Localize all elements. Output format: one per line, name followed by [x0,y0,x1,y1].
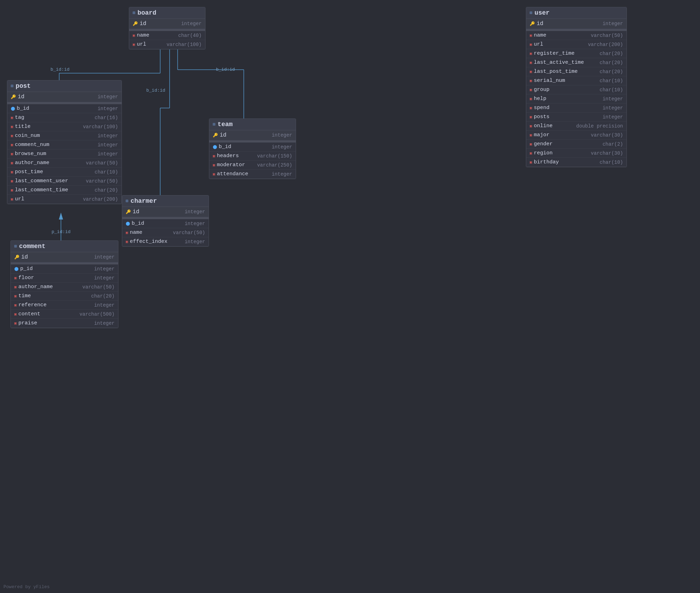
table-title: board [138,9,156,16]
field-row: ⬤p_idinteger [11,264,118,274]
table-comment: ⊞ comment 🔑 id integer ⬤p_idinteger ▣flo… [10,240,118,328]
field-row: ▣register_timechar(20) [526,49,627,58]
field-row: ▣serial_numchar(10) [526,76,627,85]
field-icon: ▣ [133,42,135,47]
table-user-header: ⊞ user [526,7,627,19]
field-row: ▣url varchar(100) [129,40,205,49]
table-title: charmer [131,198,157,205]
pk-key-icon: 🔑 [213,133,218,138]
table-post: ⊞ post 🔑 id integer ⬤b_idinteger ▣tagcha… [7,80,122,204]
table-title: user [535,9,550,16]
pk-name: id [220,132,226,138]
table-post-header: ⊞ post [7,80,122,92]
field-row: ⬤b_idinteger [7,104,122,113]
footer-text: Powered by yFiles [3,584,50,590]
field-row: ▣namevarchar(50) [122,228,209,237]
connector-label-comment-post: p_id:id [52,229,71,234]
table-team-header: ⊞ team [209,119,296,130]
pk-row-user: 🔑 id integer [526,19,627,29]
field-row: ▣referenceinteger [11,301,118,310]
field-row: ▣genderchar(2) [526,140,627,149]
pk-row-comment: 🔑 id integer [11,252,118,262]
table-title: team [218,121,233,128]
pk-key-icon: 🔑 [530,21,535,26]
field-row: ⬤b_idinteger [122,219,209,228]
pk-type: integer [181,21,202,26]
field-row: ▣author_namevarchar(50) [7,159,122,168]
field-row: ▣post_timechar(10) [7,168,122,177]
field-row: ▣effect_indexinteger [122,237,209,246]
pk-name: id [21,254,28,260]
pk-row-team: 🔑 id integer [209,130,296,140]
table-icon: ⊞ [133,10,135,16]
field-row: ▣attendanceinteger [209,170,296,179]
pk-row-board: 🔑 id integer [129,19,205,29]
field-row: ▣regionvarchar(30) [526,149,627,158]
pk-name: id [133,209,139,215]
field-row: ▣urlvarchar(200) [7,195,122,204]
field-row: ▣floorinteger [11,274,118,283]
pk-key-icon: 🔑 [126,209,131,215]
pk-type: integer [94,254,115,260]
pk-type: integer [602,21,623,26]
table-title: comment [19,243,46,250]
table-user: ⊞ user 🔑 id integer ▣namevarchar(50) ▣ur… [526,7,627,167]
field-row: ▣urlvarchar(200) [526,40,627,49]
pk-name: id [18,94,24,100]
table-icon: ⊞ [14,244,17,249]
pk-row-charmer: 🔑 id integer [122,207,209,217]
field-row: ▣tagchar(16) [7,113,122,122]
pk-type: integer [185,209,205,215]
field-row: ▣timechar(20) [11,292,118,301]
field-row: ▣browse_numinteger [7,149,122,159]
field-row: ▣headersvarchar(150) [209,152,296,161]
pk-name: id [140,21,146,27]
pk-key-icon: 🔑 [133,21,138,26]
field-row: ▣name char(40) [129,31,205,40]
pk-key-icon: 🔑 [11,94,16,100]
pk-name: id [537,21,543,27]
table-icon: ⊞ [126,198,129,204]
field-row: ▣last_active_timechar(20) [526,58,627,67]
table-board: ⊞ board 🔑 id integer ▣name char(40) ▣url… [129,7,205,49]
field-row: ▣author_namevarchar(50) [11,283,118,292]
table-icon: ⊞ [213,122,216,127]
pk-key-icon: 🔑 [14,255,20,260]
table-icon: ⊞ [11,83,14,89]
field-row: ▣contentvarchar(500) [11,310,118,319]
field-row: ▣namevarchar(50) [526,31,627,40]
field-row: ▣onlinedouble precision [526,122,627,131]
field-row: ▣titlevarchar(100) [7,122,122,131]
table-icon: ⊞ [530,10,532,16]
pk-type: integer [272,132,292,138]
field-row: ▣comment_numinteger [7,140,122,149]
field-icon: ▣ [133,33,135,38]
field-row: ▣birthdaychar(10) [526,158,627,167]
connector-label-team-board: b_id:id [216,67,235,72]
connector-label-charmer-board: b_id:id [146,88,165,93]
field-row: ▣last_comment_timechar(20) [7,186,122,195]
svg-marker-16 [59,213,63,220]
pk-row-post: 🔑 id integer [7,92,122,102]
table-charmer-header: ⊞ charmer [122,195,209,207]
table-title: post [16,83,31,90]
field-row: ▣majorvarchar(30) [526,131,627,140]
table-team: ⊞ team 🔑 id integer ⬤b_idinteger ▣header… [209,118,296,179]
field-row: ▣last_comment_uservarchar(50) [7,177,122,186]
field-row: ⬤b_idinteger [209,143,296,152]
field-row: ▣last_post_timechar(20) [526,67,627,76]
field-row: ▣helpinteger [526,94,627,103]
field-row: ▣praiseinteger [11,319,118,328]
table-comment-header: ⊞ comment [11,241,118,252]
field-row: ▣coin_numinteger [7,131,122,140]
field-row: ▣spendinteger [526,103,627,113]
table-charmer: ⊞ charmer 🔑 id integer ⬤b_idinteger ▣nam… [122,195,209,247]
pk-type: integer [98,94,118,100]
field-row: ▣postsinteger [526,113,627,122]
field-row: ▣groupchar(10) [526,85,627,94]
connector-label-post-board: b_id:id [50,67,70,72]
field-row: ▣moderatorvarchar(250) [209,161,296,170]
table-board-header: ⊞ board [129,7,205,19]
